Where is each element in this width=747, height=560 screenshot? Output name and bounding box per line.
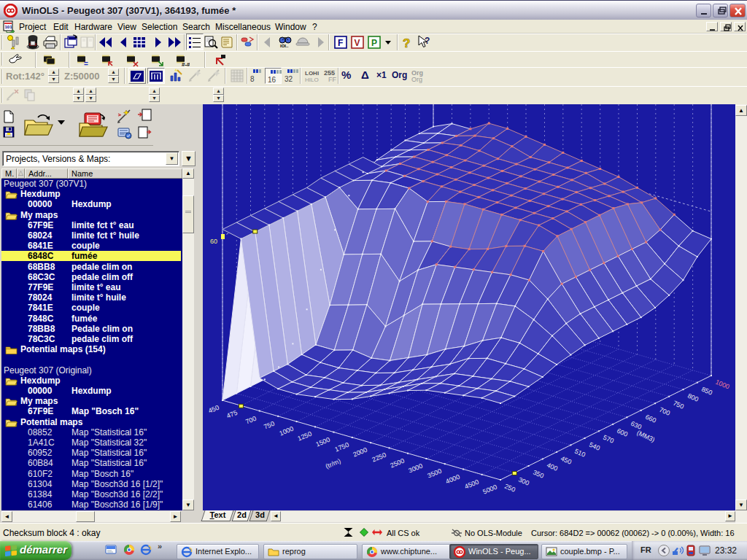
svg-text:32: 32 bbox=[285, 75, 293, 83]
svg-text:Org: Org bbox=[411, 76, 422, 83]
svg-text:=: = bbox=[84, 60, 88, 68]
svg-text:60: 60 bbox=[210, 238, 217, 245]
svg-text:?: ? bbox=[425, 36, 430, 46]
svg-text:P: P bbox=[371, 38, 377, 48]
svg-text:F: F bbox=[338, 38, 343, 48]
svg-text:#-#: #-# bbox=[182, 61, 190, 68]
svg-text:?: ? bbox=[403, 36, 410, 50]
svg-text:HILO: HILO bbox=[305, 77, 319, 83]
svg-text:16: 16 bbox=[268, 76, 276, 84]
svg-text:IOI..: IOI.. bbox=[280, 44, 289, 48]
svg-text:8: 8 bbox=[250, 75, 255, 83]
svg-text:LOHI: LOHI bbox=[305, 70, 319, 77]
svg-text:V: V bbox=[355, 38, 360, 48]
svg-text:FF: FF bbox=[328, 76, 336, 83]
svg-text:101: 101 bbox=[5, 25, 13, 29]
